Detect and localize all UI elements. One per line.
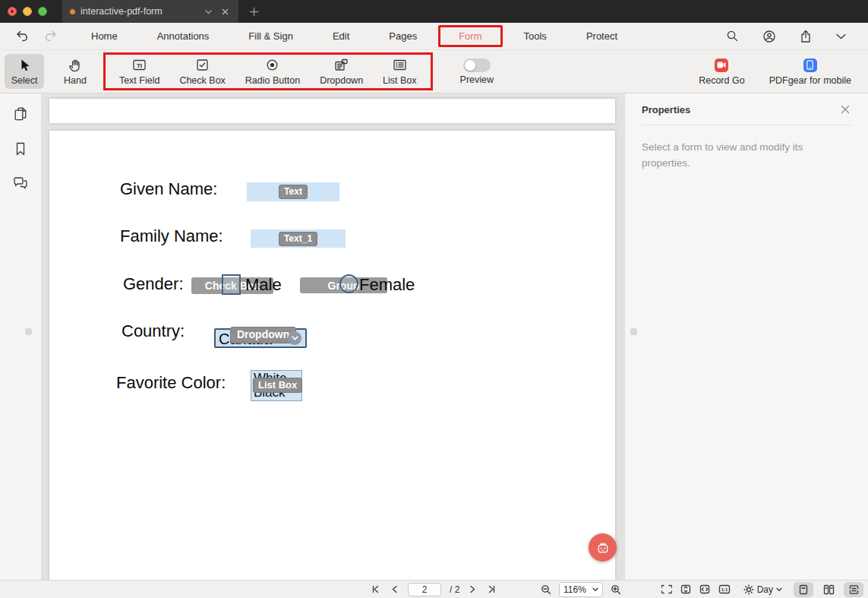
family-name-field-badge[interactable]: Text_1 <box>279 232 317 246</box>
text-field-label: Text Field <box>119 75 160 86</box>
gender-label: Gender: <box>123 274 184 294</box>
radio-button-tool-button[interactable]: Radio Button <box>239 54 306 89</box>
given-name-label: Given Name: <box>120 179 217 199</box>
list-box-label: List Box <box>383 75 416 86</box>
smartphone-icon <box>803 57 817 73</box>
zoom-window-button[interactable] <box>38 7 47 16</box>
redo-icon[interactable] <box>43 29 59 44</box>
tab-chevron-down-icon[interactable] <box>203 6 214 17</box>
gender-female-radio-field[interactable] <box>339 274 358 293</box>
form-tools-annotation-box: TI Text Field Check Box Radio Button <box>103 52 433 90</box>
zoom-in-icon[interactable] <box>609 583 623 596</box>
collapse-toolbar-chevron-icon[interactable] <box>834 31 848 42</box>
dropdown-tool-button[interactable]: Dropdown <box>314 54 369 89</box>
share-icon[interactable] <box>798 28 813 45</box>
page-total-label: / 2 <box>450 584 459 595</box>
last-page-icon[interactable] <box>486 584 497 595</box>
undo-icon[interactable] <box>14 29 30 44</box>
support-headset-icon[interactable] <box>761 28 778 45</box>
preview-toggle-group: Preview <box>454 55 500 88</box>
minimize-window-button[interactable] <box>23 7 32 16</box>
text-field-icon: TI <box>132 57 147 73</box>
zoom-level-select[interactable]: 116% <box>559 582 603 597</box>
sidebar-resize-handle[interactable] <box>25 328 32 335</box>
dropdown-label: Dropdown <box>320 75 363 86</box>
close-window-button[interactable] <box>8 7 17 16</box>
properties-panel-title: Properties <box>642 104 690 115</box>
form-tab-annotation-box: Form <box>438 25 502 47</box>
country-dropdown-badge[interactable]: Dropdown <box>230 327 296 343</box>
titlebar: interactive-pdf-form <box>0 0 868 23</box>
record-go-icon <box>715 57 728 73</box>
menu-tabs: Home Annotations Fill & Sign Edit Pages … <box>71 25 637 47</box>
theme-chevron-icon <box>776 587 782 592</box>
zoom-level-value: 116% <box>563 584 586 595</box>
page-thumbnails-icon[interactable] <box>10 103 31 125</box>
menu-tab-annotations[interactable]: Annotations <box>137 27 229 46</box>
properties-close-icon[interactable] <box>839 103 851 115</box>
form-toolbar: Select Hand TI Text Field Check Box <box>0 50 868 93</box>
next-page-icon[interactable] <box>468 584 478 595</box>
page-navigation: / 2 <box>370 581 497 598</box>
two-page-view-button[interactable] <box>819 582 838 597</box>
preview-toggle[interactable] <box>463 59 491 72</box>
theme-label: Day <box>757 584 773 595</box>
fit-page-icon[interactable] <box>659 583 674 596</box>
pdfgear-mobile-button[interactable]: PDFgear for mobile <box>763 54 857 89</box>
previous-page-icon[interactable] <box>390 584 399 595</box>
given-name-text-field[interactable]: Text <box>247 182 339 201</box>
svg-text:1:1: 1:1 <box>721 587 728 592</box>
list-box-tool-button[interactable]: List Box <box>377 54 422 89</box>
favorite-color-list-box-badge[interactable]: List Box <box>253 378 302 393</box>
properties-resize-handle[interactable] <box>630 328 637 335</box>
comments-icon[interactable] <box>9 172 32 194</box>
first-page-icon[interactable] <box>370 584 381 595</box>
menu-tab-pages[interactable]: Pages <box>369 27 437 46</box>
select-tool-button[interactable]: Select <box>5 54 44 89</box>
fit-height-icon[interactable] <box>679 583 693 596</box>
theme-select[interactable]: Day <box>743 584 782 595</box>
record-go-button[interactable]: Record Go <box>693 54 750 89</box>
menu-tab-fill-sign[interactable]: Fill & Sign <box>229 27 313 46</box>
country-label: Country: <box>122 321 185 341</box>
hand-tool-button[interactable]: Hand <box>58 54 93 89</box>
dropdown-icon <box>334 57 349 73</box>
gender-male-checkbox-field[interactable] <box>222 274 241 295</box>
zoom-out-icon[interactable] <box>539 583 553 596</box>
pdfgear-window: interactive-pdf-form Home Annotations Fi… <box>0 0 868 598</box>
actual-size-icon[interactable]: 1:1 <box>717 583 732 596</box>
menubar: Home Annotations Fill & Sign Edit Pages … <box>0 23 868 50</box>
page-2: Given Name: Text Family Name: Text_1 Gen… <box>49 131 615 580</box>
single-page-view-button[interactable] <box>794 582 813 597</box>
tab-close-icon[interactable] <box>219 6 231 17</box>
menu-tab-protect[interactable]: Protect <box>567 27 637 46</box>
country-dropdown-arrow-icon[interactable] <box>288 331 301 345</box>
unsaved-indicator-dot <box>70 9 75 14</box>
page-number-input[interactable] <box>408 583 441 596</box>
search-icon[interactable] <box>724 28 740 44</box>
menu-tab-home[interactable]: Home <box>71 27 137 46</box>
properties-empty-message: Select a form to view and modify its pro… <box>642 140 843 172</box>
select-tool-label: Select <box>11 75 38 86</box>
family-name-label: Family Name: <box>120 226 223 246</box>
check-box-tool-button[interactable]: Check Box <box>173 54 231 89</box>
zoom-controls: 116% <box>539 581 623 598</box>
given-name-field-badge[interactable]: Text <box>279 185 308 199</box>
robot-face-icon <box>593 538 613 558</box>
menu-tab-tools[interactable]: Tools <box>504 27 567 46</box>
hand-tool-label: Hand <box>64 75 87 86</box>
document-canvas[interactable]: Given Name: Text Family Name: Text_1 Gen… <box>42 93 624 580</box>
menu-tab-edit[interactable]: Edit <box>313 27 369 46</box>
continuous-scroll-view-button[interactable] <box>844 582 863 597</box>
text-field-tool-button[interactable]: TI Text Field <box>113 54 166 89</box>
radio-button-label: Radio Button <box>245 75 300 86</box>
properties-divider <box>642 125 851 125</box>
document-tab[interactable]: interactive-pdf-form <box>62 0 238 23</box>
menu-tab-form[interactable]: Form <box>440 27 500 45</box>
record-go-label: Record Go <box>699 75 744 86</box>
new-tab-button[interactable] <box>238 0 270 23</box>
assistant-robot-button[interactable] <box>589 533 617 562</box>
bookmarks-icon[interactable] <box>11 138 30 160</box>
fit-width-icon[interactable] <box>698 583 712 596</box>
family-name-text-field[interactable]: Text_1 <box>251 229 346 248</box>
